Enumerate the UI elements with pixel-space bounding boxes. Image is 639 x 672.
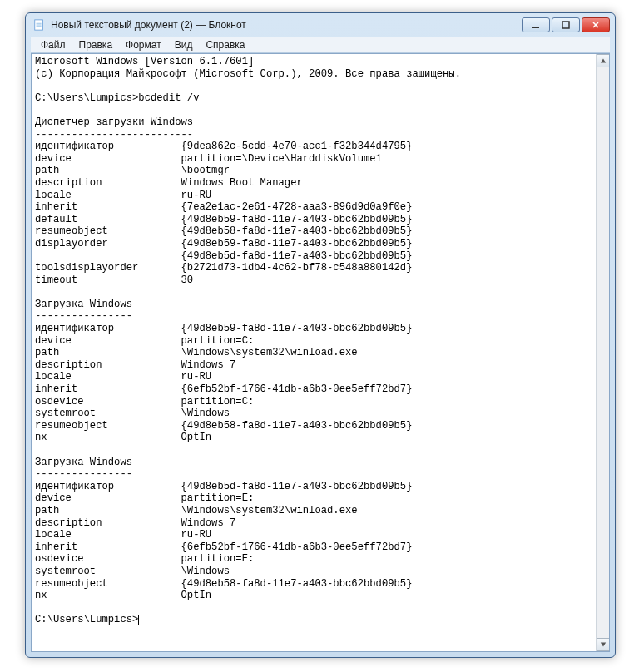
app-icon <box>32 18 46 32</box>
menu-bar: Файл Правка Формат Вид Справка <box>31 37 610 53</box>
notepad-window: Новый текстовый документ (2) — Блокнот Ф… <box>25 12 616 658</box>
vertical-scrollbar[interactable] <box>596 54 609 651</box>
prompt-text: C:\Users\Lumpics> <box>35 614 138 625</box>
menu-help[interactable]: Справка <box>199 38 251 52</box>
svg-rect-5 <box>532 27 539 28</box>
minimize-button[interactable] <box>522 17 550 32</box>
prompt-line: C:\Users\Lumpics> <box>35 614 139 625</box>
scroll-down-button[interactable] <box>597 638 610 651</box>
window-title: Новый текстовый документ (2) — Блокнот <box>51 19 246 31</box>
menu-edit[interactable]: Правка <box>72 38 120 52</box>
menu-view[interactable]: Вид <box>168 38 200 52</box>
menu-format[interactable]: Формат <box>119 38 168 52</box>
text-caret <box>138 615 139 625</box>
window-buttons <box>520 17 610 32</box>
svg-marker-10 <box>601 643 606 647</box>
menu-file[interactable]: Файл <box>34 38 72 52</box>
svg-marker-9 <box>601 59 606 63</box>
close-button[interactable] <box>582 17 610 32</box>
svg-rect-6 <box>562 22 569 28</box>
scroll-up-button[interactable] <box>597 54 610 67</box>
client-area: Microsoft Windows [Version 6.1.7601] (c)… <box>31 53 610 652</box>
title-bar[interactable]: Новый текстовый документ (2) — Блокнот <box>26 13 615 37</box>
maximize-button[interactable] <box>552 17 580 32</box>
text-area[interactable]: Microsoft Windows [Version 6.1.7601] (c)… <box>32 54 596 651</box>
